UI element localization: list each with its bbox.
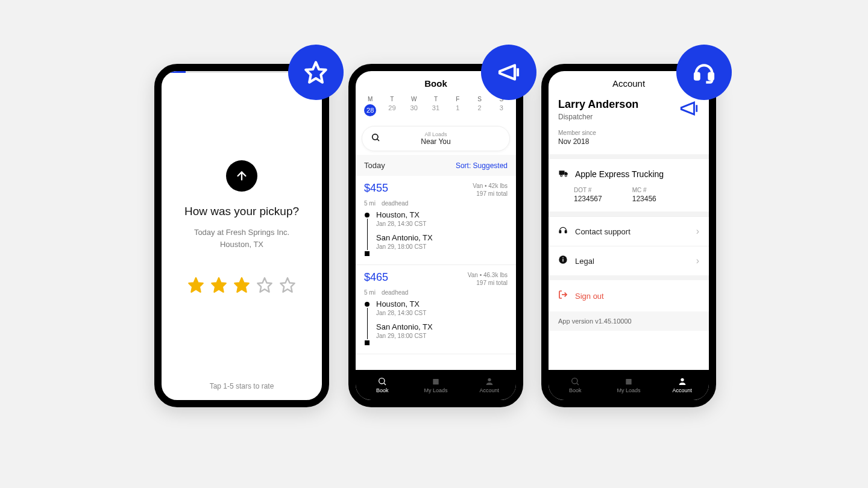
tab-book[interactable]: Book	[356, 370, 409, 400]
headset-icon	[558, 225, 568, 237]
svg-rect-18	[562, 259, 563, 262]
deadhead-distance: 5 mi	[364, 200, 376, 207]
week-strip[interactable]: M28T29W30T31F1S2S3	[356, 93, 516, 122]
origin-time: Jan 28, 14:30 CST	[376, 221, 433, 227]
svg-marker-1	[189, 278, 203, 292]
dest-city: San Antonio, TX	[376, 233, 433, 242]
star-icon[interactable]	[233, 277, 250, 296]
search-label-bottom: Near You	[371, 137, 501, 146]
star-badge-icon	[288, 45, 344, 100]
tab-bar: Book My Loads Account	[356, 370, 516, 400]
load-meta: Van • 46.3k lbs197 mi total	[468, 271, 508, 287]
svg-rect-23	[626, 379, 631, 384]
rating-location: Houston, TX	[162, 239, 322, 251]
legal-row[interactable]: Legal ›	[549, 246, 709, 275]
day-cell[interactable]: M28	[362, 96, 379, 116]
origin-city: Houston, TX	[376, 299, 433, 308]
star-rating[interactable]	[162, 277, 322, 296]
svg-marker-4	[257, 278, 271, 292]
origin-time: Jan 28, 14:30 CST	[376, 310, 433, 316]
svg-marker-2	[212, 278, 225, 292]
truck-icon	[558, 167, 569, 181]
rating-hint: Tap 1-5 stars to rate	[162, 382, 322, 390]
sort-button[interactable]: Sort: Suggested	[456, 161, 508, 170]
tab-myloads[interactable]: My Loads	[409, 370, 463, 400]
dest-city: San Antonio, TX	[376, 322, 433, 331]
star-icon[interactable]	[256, 277, 273, 296]
svg-rect-26	[695, 74, 699, 80]
star-icon[interactable]	[210, 277, 227, 296]
load-list: $455 Van • 42k lbs197 mi total 5 mideadh…	[356, 176, 516, 354]
tab-myloads[interactable]: My Loads	[602, 370, 656, 400]
star-icon[interactable]	[279, 277, 296, 296]
day-cell[interactable]: T29	[383, 96, 400, 116]
company-card[interactable]: Apple Express Trucking DOT # 1234567 MC …	[549, 159, 709, 211]
svg-point-24	[681, 378, 684, 381]
contact-support-label: Contact support	[575, 227, 689, 236]
rating-place: Today at Fresh Springs Inc.	[162, 227, 322, 239]
search-input[interactable]: All Loads Near You	[362, 126, 510, 151]
mc-label: MC #	[632, 187, 656, 193]
member-since-label: Member since	[558, 130, 638, 136]
dest-time: Jan 29, 18:00 CST	[376, 243, 433, 250]
rating-question: How was your pickup?	[162, 205, 322, 218]
day-cell[interactable]: W30	[406, 96, 423, 116]
star-icon[interactable]	[187, 277, 204, 296]
load-price: $455	[364, 182, 388, 195]
load-meta: Van • 42k lbs197 mi total	[473, 182, 508, 198]
svg-rect-19	[562, 257, 563, 258]
section-heading: Today	[364, 161, 385, 170]
svg-point-13	[561, 175, 562, 177]
deadhead-distance: 5 mi	[364, 289, 376, 296]
day-cell[interactable]: S2	[471, 96, 488, 116]
svg-marker-25	[306, 62, 326, 82]
svg-point-8	[379, 378, 385, 384]
company-name: Apple Express Trucking	[575, 169, 664, 179]
day-cell[interactable]: T31	[427, 96, 444, 116]
origin-city: Houston, TX	[376, 210, 433, 219]
tab-account[interactable]: Account	[655, 370, 709, 400]
sign-out-label: Sign out	[575, 292, 604, 301]
load-card[interactable]: $455 Van • 42k lbs197 mi total 5 mideadh…	[356, 176, 516, 265]
svg-point-6	[373, 134, 378, 140]
svg-rect-15	[559, 231, 561, 233]
svg-rect-10	[433, 379, 438, 384]
search-label-top: All Loads	[371, 131, 501, 137]
tab-account[interactable]: Account	[462, 370, 516, 400]
svg-rect-27	[709, 74, 713, 80]
arrow-up-icon	[226, 160, 257, 192]
deadhead-label: deadhead	[382, 289, 409, 296]
search-icon	[371, 133, 380, 145]
megaphone-badge-icon	[481, 45, 536, 100]
load-card[interactable]: $465 Van • 46.3k lbs197 mi total 5 midea…	[356, 265, 516, 354]
sign-out-button[interactable]: Sign out	[549, 280, 709, 311]
mc-value: 123456	[632, 195, 656, 203]
headset-badge-icon	[676, 45, 732, 100]
user-role: Dispatcher	[558, 113, 638, 121]
svg-marker-5	[280, 278, 294, 292]
svg-marker-3	[234, 278, 248, 292]
svg-line-9	[384, 383, 386, 385]
legal-label: Legal	[575, 257, 689, 266]
megaphone-icon	[679, 98, 699, 121]
deadhead-label: deadhead	[382, 200, 409, 207]
phone-rating: Skip How was your pickup? Today at Fresh…	[154, 64, 329, 407]
app-version: App version v1.45.10000	[549, 311, 709, 331]
user-name: Larry Anderson	[558, 98, 638, 111]
signout-icon	[558, 290, 568, 302]
svg-point-14	[565, 175, 567, 177]
info-icon	[558, 255, 568, 267]
svg-rect-16	[565, 231, 567, 233]
contact-support-row[interactable]: Contact support ›	[549, 216, 709, 246]
dot-value: 1234567	[574, 195, 602, 203]
chevron-right-icon: ›	[696, 226, 699, 237]
svg-rect-12	[559, 170, 565, 175]
page-title: Book	[424, 78, 447, 89]
svg-point-21	[572, 378, 577, 384]
tab-book[interactable]: Book	[549, 370, 602, 400]
svg-point-11	[488, 378, 491, 381]
day-cell[interactable]: F1	[449, 96, 466, 116]
chevron-right-icon: ›	[696, 255, 699, 266]
tab-bar: Book My Loads Account	[549, 370, 709, 400]
member-since-value: Nov 2018	[558, 137, 638, 146]
